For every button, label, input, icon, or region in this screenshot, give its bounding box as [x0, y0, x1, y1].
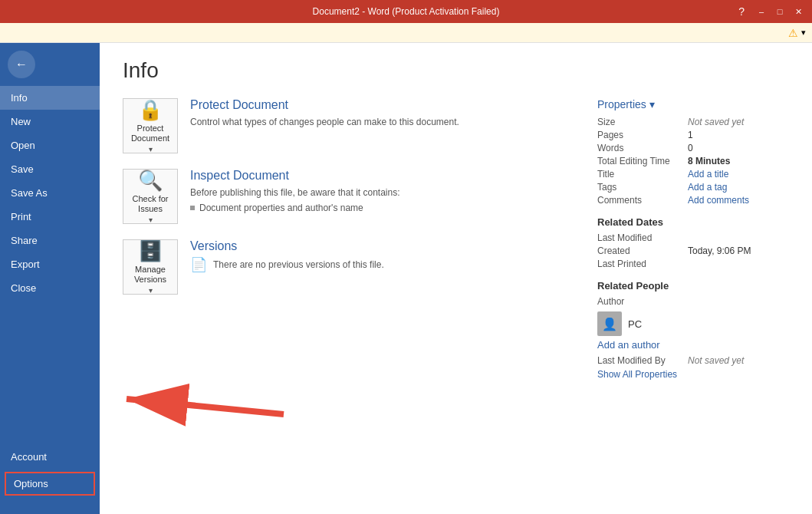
prop-editing-time-value: 8 Minutes: [688, 156, 730, 166]
author-name: PC: [628, 318, 642, 330]
check-label: Check forIssues: [132, 194, 168, 214]
prop-author-label: Author: [597, 296, 682, 307]
no-versions-message: There are no previous versions of this f…: [213, 259, 384, 270]
prop-last-printed-label: Last Printed: [597, 259, 682, 269]
prop-title: Title Add a title: [597, 169, 789, 180]
app-body: ← Info New Open Save Save As Print Share…: [0, 43, 812, 514]
sidebar-item-account[interactable]: Account: [0, 445, 100, 469]
properties-header[interactable]: Properties ▾: [597, 98, 789, 110]
prop-tags-label: Tags: [597, 182, 682, 193]
protect-label: ProtectDocument: [131, 124, 169, 143]
prop-created-value: Today, 9:06 PM: [688, 245, 751, 256]
main-content: Info 🔒 ProtectDocument ▾ Protect Documen…: [100, 43, 812, 514]
sidebar-item-export[interactable]: Export: [0, 252, 100, 276]
prop-last-modified-by: Last Modified By Not saved yet: [597, 355, 789, 366]
info-panels: 🔒 ProtectDocument ▾ Protect Document Con…: [123, 98, 789, 380]
prop-words-value: 0: [688, 143, 693, 153]
prop-author-row: Author: [597, 296, 789, 307]
versions-label: ManageVersions: [134, 265, 166, 285]
prop-last-printed: Last Printed: [597, 259, 789, 269]
warning-icon: ⚠: [788, 27, 798, 39]
minimize-button[interactable]: –: [754, 4, 769, 19]
sidebar-item-share[interactable]: Share: [0, 229, 100, 252]
prop-pages-label: Pages: [597, 130, 682, 140]
sidebar-item-save[interactable]: Save: [0, 157, 100, 181]
prop-last-modified-by-value: Not saved yet: [688, 355, 744, 366]
title-bar: Document2 - Word (Product Activation Fai…: [0, 0, 812, 23]
prop-editing-time: Total Editing Time 8 Minutes: [597, 156, 789, 166]
inspect-bullets: Document properties and author's name: [190, 203, 400, 213]
protect-document-button[interactable]: 🔒 ProtectDocument ▾: [123, 98, 178, 153]
prop-last-modified-by-label: Last Modified By: [597, 355, 682, 366]
avatar-icon: 👤: [602, 317, 617, 331]
prop-comments-label: Comments: [597, 195, 682, 206]
bullet-text: Document properties and author's name: [199, 203, 363, 213]
inspect-description: Before publishing this file, be aware th…: [190, 186, 400, 199]
inspect-panel: 🔍 Check forIssues ▾ Inspect Document Bef…: [123, 169, 574, 224]
prop-pages-value: 1: [688, 130, 693, 140]
protect-description: Control what types of changes people can…: [190, 115, 459, 129]
restore-button[interactable]: □: [772, 4, 787, 19]
related-people-header: Related People: [597, 280, 789, 292]
versions-content: Versions 📄 There are no previous version…: [190, 239, 384, 273]
prop-words-label: Words: [597, 143, 682, 153]
avatar: 👤: [597, 311, 622, 336]
prop-comments-value[interactable]: Add comments: [688, 195, 749, 206]
show-all-properties-link[interactable]: Show All Properties: [597, 369, 677, 380]
no-versions-icon: 📄: [190, 256, 207, 273]
page-title: Info: [123, 58, 789, 83]
title-bar-text: Document2 - Word (Product Activation Fai…: [313, 6, 500, 17]
sidebar: ← Info New Open Save Save As Print Share…: [0, 43, 100, 514]
protect-panel: 🔒 ProtectDocument ▾ Protect Document Con…: [123, 98, 574, 153]
versions-title: Versions: [190, 239, 384, 253]
check-for-issues-button[interactable]: 🔍 Check forIssues ▾: [123, 169, 178, 224]
sidebar-item-info[interactable]: Info: [0, 86, 100, 110]
sidebar-item-save-as[interactable]: Save As: [0, 181, 100, 205]
prop-size-value: Not saved yet: [688, 117, 744, 127]
add-author-button[interactable]: Add an author: [597, 339, 660, 351]
notification-bar: ⚠ ▾: [0, 23, 812, 43]
sidebar-item-options[interactable]: Options: [5, 472, 95, 496]
versions-panel: 🗄️ ManageVersions ▾ Versions 📄 There are…: [123, 239, 574, 295]
inspect-title: Inspect Document: [190, 169, 400, 183]
prop-pages: Pages 1: [597, 130, 789, 140]
protect-title: Protect Document: [190, 98, 459, 112]
sidebar-item-close[interactable]: Close: [0, 276, 100, 300]
help-button[interactable]: ?: [738, 5, 745, 18]
title-bar-controls: ? – □ ✕: [738, 4, 806, 19]
prop-title-label: Title: [597, 169, 682, 180]
prop-tags-value[interactable]: Add a tag: [688, 182, 727, 193]
prop-size: Size Not saved yet: [597, 117, 789, 127]
prop-comments: Comments Add comments: [597, 195, 789, 206]
sidebar-item-print[interactable]: Print: [0, 205, 100, 229]
prop-created-label: Created: [597, 245, 682, 256]
inspect-dropdown-icon: ▾: [149, 216, 153, 224]
author-info: 👤 PC: [597, 311, 789, 336]
back-button[interactable]: ←: [8, 51, 35, 78]
properties-panel: Properties ▾ Size Not saved yet Pages 1 …: [597, 98, 789, 380]
versions-dropdown-icon: ▾: [149, 286, 153, 295]
prop-words: Words 0: [597, 143, 789, 153]
protect-dropdown-icon: ▾: [149, 145, 153, 153]
related-dates-header: Related Dates: [597, 216, 789, 228]
panels-left: 🔒 ProtectDocument ▾ Protect Document Con…: [123, 98, 574, 380]
prop-tags: Tags Add a tag: [597, 182, 789, 193]
prop-last-modified: Last Modified: [597, 232, 789, 243]
inspect-bullet-1: Document properties and author's name: [190, 203, 400, 213]
prop-size-label: Size: [597, 117, 682, 127]
inspect-icon: 🔍: [138, 169, 163, 193]
prop-created: Created Today, 9:06 PM: [597, 245, 789, 256]
notification-dropdown[interactable]: ▾: [801, 28, 806, 38]
versions-icon: 🗄️: [138, 239, 163, 263]
bullet-icon: [190, 206, 195, 210]
manage-versions-button[interactable]: 🗄️ ManageVersions ▾: [123, 239, 178, 295]
close-button[interactable]: ✕: [791, 4, 806, 19]
no-versions-text: 📄 There are no previous versions of this…: [190, 256, 384, 273]
sidebar-item-open[interactable]: Open: [0, 133, 100, 157]
lock-icon: 🔒: [138, 98, 163, 122]
sidebar-item-new[interactable]: New: [0, 110, 100, 133]
prop-editing-time-label: Total Editing Time: [597, 156, 682, 166]
protect-content: Protect Document Control what types of c…: [190, 98, 459, 129]
prop-last-modified-label: Last Modified: [597, 232, 682, 243]
prop-title-value[interactable]: Add a title: [688, 169, 728, 180]
